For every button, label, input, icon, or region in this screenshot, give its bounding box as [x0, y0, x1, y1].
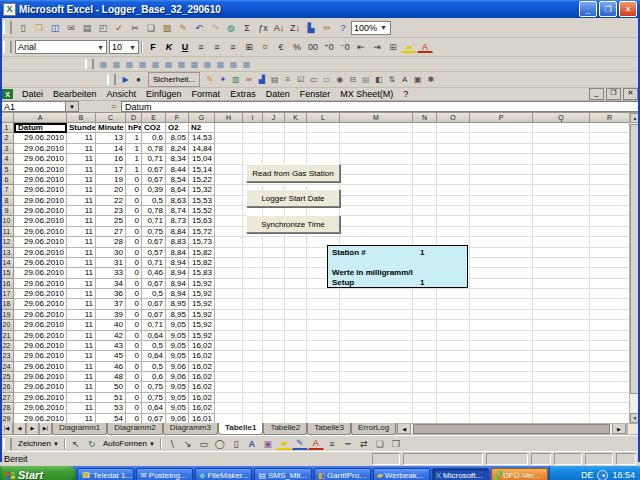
cell-f26[interactable]: 9,05: [166, 382, 189, 392]
cell-m1[interactable]: [340, 123, 413, 133]
cell-j20[interactable]: [263, 320, 285, 330]
cell-e24[interactable]: 0,5: [142, 362, 166, 372]
column-header-l[interactable]: L: [307, 113, 340, 123]
format-painter-icon[interactable]: ✎: [175, 21, 191, 35]
cell-b4[interactable]: 11: [67, 154, 96, 164]
cell-d15[interactable]: 0: [126, 268, 142, 278]
textbox-icon[interactable]: ▭: [307, 74, 320, 85]
cell-n28[interactable]: [413, 403, 437, 413]
cell-c2[interactable]: 13: [96, 133, 126, 143]
cell-j28[interactable]: [263, 403, 285, 413]
cell-j23[interactable]: [263, 351, 285, 361]
cell-k27[interactable]: [285, 393, 307, 403]
cell-q14[interactable]: [533, 258, 590, 268]
cell-f3[interactable]: 8,24: [166, 144, 189, 154]
cell-c20[interactable]: 40: [96, 320, 126, 330]
cell-i20[interactable]: [243, 320, 263, 330]
cell-b5[interactable]: 11: [67, 165, 96, 175]
start-button[interactable]: Start: [0, 466, 76, 480]
cell-p28[interactable]: [470, 403, 533, 413]
cell-o29[interactable]: [437, 414, 470, 424]
row-header-26[interactable]: 26: [0, 382, 14, 392]
align-right-icon[interactable]: ≡: [225, 40, 241, 54]
cell-d17[interactable]: 0: [126, 289, 142, 299]
cell-j17[interactable]: [263, 289, 285, 299]
cell-i14[interactable]: [243, 258, 263, 268]
cell-d19[interactable]: 0: [126, 310, 142, 320]
cell-a16[interactable]: 29.06.2010: [14, 279, 67, 289]
cell-n9[interactable]: [413, 206, 437, 216]
cell-a25[interactable]: 29.06.2010: [14, 372, 67, 382]
cell-l22[interactable]: [307, 341, 340, 351]
cell-c26[interactable]: 50: [96, 382, 126, 392]
cell-m25[interactable]: [340, 372, 413, 382]
cell-a29[interactable]: 29.06.2010: [14, 414, 67, 424]
infinity-icon[interactable]: ∞: [242, 74, 255, 85]
cell-h27[interactable]: [215, 393, 243, 403]
cell-i19[interactable]: [243, 310, 263, 320]
autosum-icon[interactable]: Σ: [239, 21, 255, 35]
cell-p10[interactable]: [470, 216, 533, 226]
cell-d25[interactable]: 0: [126, 372, 142, 382]
cell-q25[interactable]: [533, 372, 590, 382]
cell-h22[interactable]: [215, 341, 243, 351]
cell-h3[interactable]: [215, 144, 243, 154]
menu-einfgen[interactable]: Einfügen: [141, 89, 187, 99]
cell-d5[interactable]: 1: [126, 165, 142, 175]
row-header-21[interactable]: 21: [0, 331, 14, 341]
cell-r19[interactable]: [590, 310, 630, 320]
spin-button-icon[interactable]: ⇅: [385, 74, 398, 85]
save-icon[interactable]: ◫: [47, 21, 63, 35]
column-header-q[interactable]: Q: [533, 113, 590, 123]
cell-q24[interactable]: [533, 362, 590, 372]
cell-r16[interactable]: [590, 279, 630, 289]
menu-mxsheetm[interactable]: MX Sheet(M): [335, 89, 398, 99]
cell-n17[interactable]: [413, 289, 437, 299]
cell-g26[interactable]: 16,02: [189, 382, 215, 392]
cell-f17[interactable]: 8,94: [166, 289, 189, 299]
toggle-button-icon[interactable]: ◧: [372, 74, 385, 85]
sheet-tab-tabelle1[interactable]: Tabelle1: [218, 423, 263, 435]
cell-c8[interactable]: 22: [96, 196, 126, 206]
cell-a19[interactable]: 29.06.2010: [14, 310, 67, 320]
increase-decimal-icon[interactable]: ⁺0: [321, 40, 337, 54]
cell-e2[interactable]: 0,6: [142, 133, 166, 143]
cell-q3[interactable]: [533, 144, 590, 154]
column-header-a[interactable]: A: [14, 113, 67, 123]
3d-icon[interactable]: ❒: [388, 437, 404, 451]
cell-a10[interactable]: 29.06.2010: [14, 216, 67, 226]
cell-i29[interactable]: [243, 414, 263, 424]
cell-k16[interactable]: [285, 279, 307, 289]
cell-b8[interactable]: 11: [67, 196, 96, 206]
cell-m17[interactable]: [340, 289, 413, 299]
cell-b13[interactable]: 11: [67, 248, 96, 258]
cell-k23[interactable]: [285, 351, 307, 361]
column-header-b[interactable]: B: [67, 113, 96, 123]
cell-e3[interactable]: 0,78: [142, 144, 166, 154]
cell-h24[interactable]: [215, 362, 243, 372]
italic-icon[interactable]: K: [161, 40, 177, 54]
cell-q27[interactable]: [533, 393, 590, 403]
cell-e9[interactable]: 0,78: [142, 206, 166, 216]
cell-k25[interactable]: [285, 372, 307, 382]
cell-b6[interactable]: 11: [67, 175, 96, 185]
line-icon[interactable]: ∖: [164, 437, 180, 451]
cell-m26[interactable]: [340, 382, 413, 392]
cell-e16[interactable]: 0,67: [142, 279, 166, 289]
cell-k21[interactable]: [285, 331, 307, 341]
cell-j13[interactable]: [263, 248, 285, 258]
cell-q17[interactable]: [533, 289, 590, 299]
cell-a27[interactable]: 29.06.2010: [14, 393, 67, 403]
cell-l1[interactable]: [307, 123, 340, 133]
cell-n20[interactable]: [413, 320, 437, 330]
mx-sheet-11-icon[interactable]: ▦: [227, 59, 240, 70]
toolbar-grip[interactable]: [107, 74, 116, 84]
sheet-tab-errorlog[interactable]: ErrorLog: [351, 423, 396, 435]
cell-q28[interactable]: [533, 403, 590, 413]
cell-m11[interactable]: [340, 227, 413, 237]
cell-h16[interactable]: [215, 279, 243, 289]
cell-j21[interactable]: [263, 331, 285, 341]
cell-h2[interactable]: [215, 133, 243, 143]
cell-l21[interactable]: [307, 331, 340, 341]
cell-b18[interactable]: 11: [67, 299, 96, 309]
